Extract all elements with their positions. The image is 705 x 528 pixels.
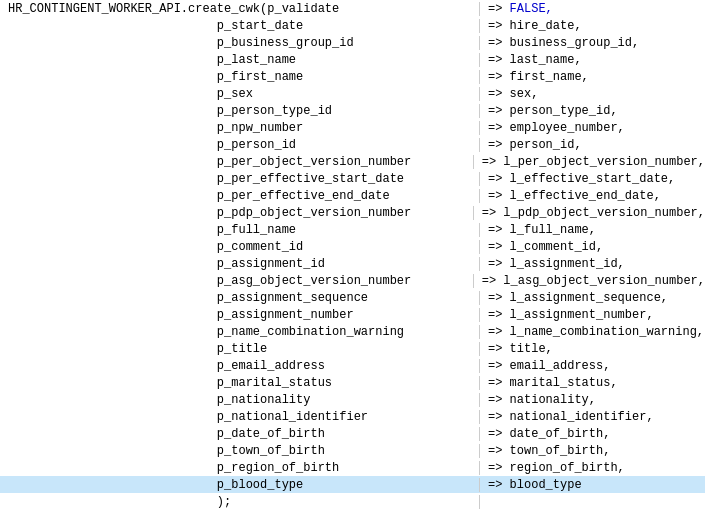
code-left-cell: p_per_effective_end_date [0,189,480,203]
code-right-cell: => date_of_birth, [480,427,705,441]
code-right-cell: => title, [480,342,705,356]
code-left-cell: p_sex [0,87,480,101]
code-row-2: p_last_name=> last_name, [0,51,705,68]
code-right-cell: => last_name, [480,53,705,67]
code-right-cell: => hire_date, [480,19,705,33]
code-left-cell: p_national_identifier [0,410,480,424]
code-left-cell: p_town_of_birth [0,444,480,458]
code-right-cell: => nationality, [480,393,705,407]
code-row-8: p_per_object_version_number=> l_per_obje… [0,153,705,170]
code-right-cell: => email_address, [480,359,705,373]
code-right-cell: => l_assignment_sequence, [480,291,705,305]
code-row-1: p_business_group_id=> business_group_id, [0,34,705,51]
code-right-cell: => l_name_combination_warning, [480,325,705,339]
header-left-text: HR_CONTINGENT_WORKER_API.create_cwk(p_va… [0,2,480,16]
code-left-cell: p_blood_type [0,478,480,492]
code-viewer: HR_CONTINGENT_WORKER_API.create_cwk(p_va… [0,0,705,528]
code-right-cell: => marital_status, [480,376,705,390]
code-left-cell: p_title [0,342,480,356]
code-right-cell: => employee_number, [480,121,705,135]
code-left-cell: p_name_combination_warning [0,325,480,339]
code-left-cell: p_last_name [0,53,480,67]
code-left-cell: p_per_object_version_number [0,155,474,169]
code-right-cell: => town_of_birth, [480,444,705,458]
code-left-cell: p_nationality [0,393,480,407]
code-right-cell: => l_pdp_object_version_number, [474,206,705,220]
code-left-cell: p_marital_status [0,376,480,390]
code-right-cell: => l_asg_object_version_number, [474,274,705,288]
code-left-cell: p_date_of_birth [0,427,480,441]
code-right-cell: => person_type_id, [480,104,705,118]
code-right-cell: => sex, [480,87,705,101]
code-row-13: p_comment_id=> l_comment_id, [0,238,705,255]
code-row-27: p_blood_type=> blood_type [0,476,705,493]
code-right-cell: => l_effective_start_date, [480,172,705,186]
code-right-cell: => l_comment_id, [480,240,705,254]
code-right-cell: => person_id, [480,138,705,152]
code-row-7: p_person_id=> person_id, [0,136,705,153]
code-row-15: p_asg_object_version_number=> l_asg_obje… [0,272,705,289]
code-row-14: p_assignment_id=> l_assignment_id, [0,255,705,272]
arrow: => [488,2,510,16]
code-row-23: p_national_identifier=> national_identif… [0,408,705,425]
code-row-21: p_marital_status=> marital_status, [0,374,705,391]
code-row-10: p_per_effective_end_date=> l_effective_e… [0,187,705,204]
code-left-cell: ); [0,495,480,509]
code-row-0: p_start_date=> hire_date, [0,17,705,34]
code-row-6: p_npw_number=> employee_number, [0,119,705,136]
code-row-22: p_nationality=> nationality, [0,391,705,408]
code-left-cell: p_person_id [0,138,480,152]
code-row-9: p_per_effective_start_date=> l_effective… [0,170,705,187]
code-left-cell: p_email_address [0,359,480,373]
code-left-cell: p_start_date [0,19,480,33]
header-right-text: => FALSE, [480,2,705,16]
code-left-cell: p_full_name [0,223,480,237]
code-right-cell: => l_assignment_number, [480,308,705,322]
code-right-cell: => blood_type [480,478,705,492]
code-left-cell: p_assignment_sequence [0,291,480,305]
code-left-cell: p_asg_object_version_number [0,274,474,288]
code-row-5: p_person_type_id=> person_type_id, [0,102,705,119]
code-row-17: p_assignment_number=> l_assignment_numbe… [0,306,705,323]
code-left-cell: p_per_effective_start_date [0,172,480,186]
code-left-cell: p_pdp_object_version_number [0,206,474,220]
code-left-cell: p_person_type_id [0,104,480,118]
code-left-cell: p_npw_number [0,121,480,135]
code-left-cell: p_comment_id [0,240,480,254]
code-row-25: p_town_of_birth=> town_of_birth, [0,442,705,459]
code-left-cell: p_business_group_id [0,36,480,50]
false-keyword: FALSE, [510,2,553,16]
code-row-28: ); [0,493,705,510]
code-left-cell: p_first_name [0,70,480,84]
code-row-20: p_email_address=> email_address, [0,357,705,374]
code-right-cell: => l_effective_end_date, [480,189,705,203]
header-row: HR_CONTINGENT_WORKER_API.create_cwk(p_va… [0,0,705,17]
code-right-cell: => l_assignment_id, [480,257,705,271]
code-left-cell: p_assignment_number [0,308,480,322]
code-row-24: p_date_of_birth=> date_of_birth, [0,425,705,442]
code-row-19: p_title=> title, [0,340,705,357]
code-right-cell: => first_name, [480,70,705,84]
code-row-3: p_first_name=> first_name, [0,68,705,85]
code-row-16: p_assignment_sequence=> l_assignment_seq… [0,289,705,306]
code-row-26: p_region_of_birth=> region_of_birth, [0,459,705,476]
code-row-11: p_pdp_object_version_number=> l_pdp_obje… [0,204,705,221]
code-row-12: p_full_name=> l_full_name, [0,221,705,238]
code-row-4: p_sex=> sex, [0,85,705,102]
code-left-cell: p_assignment_id [0,257,480,271]
code-row-18: p_name_combination_warning=> l_name_comb… [0,323,705,340]
code-right-cell: => l_full_name, [480,223,705,237]
code-right-cell: => region_of_birth, [480,461,705,475]
code-right-cell: => national_identifier, [480,410,705,424]
code-right-cell: => l_per_object_version_number, [474,155,705,169]
code-left-cell: p_region_of_birth [0,461,480,475]
code-right-cell: => business_group_id, [480,36,705,50]
